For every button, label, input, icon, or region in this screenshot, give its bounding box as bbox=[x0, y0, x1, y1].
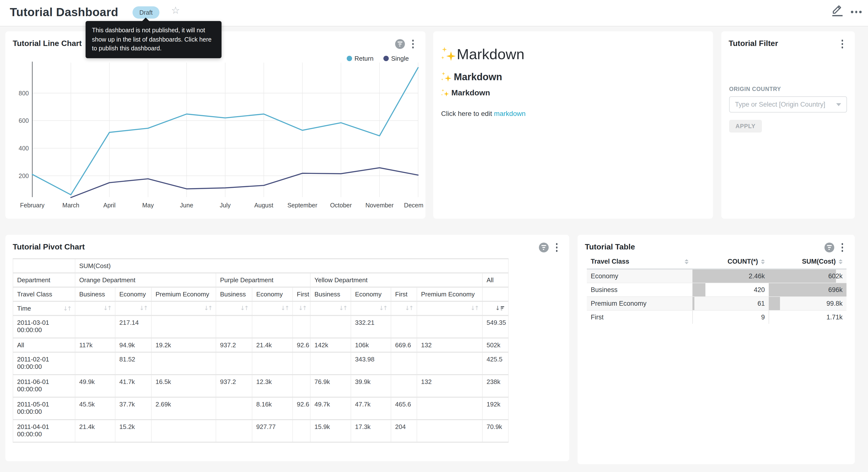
pivot-cell[interactable] bbox=[391, 316, 417, 338]
sort-descending-active-icon[interactable]: ↓ bbox=[495, 305, 504, 312]
table-row[interactable]: Premium Economy6199.8k bbox=[587, 297, 846, 311]
pivot-cell[interactable]: 937.2 bbox=[216, 338, 252, 352]
pivot-cell[interactable]: 76.9k bbox=[310, 375, 351, 397]
apply-button[interactable]: APPLY bbox=[729, 120, 762, 132]
pivot-cell[interactable]: 15.9k bbox=[310, 420, 351, 442]
pivot-cell[interactable] bbox=[216, 397, 252, 420]
pivot-cell[interactable] bbox=[310, 352, 351, 375]
line-chart-canvas[interactable]: 200400600800FebruaryMarchAprilMayJuneJul… bbox=[12, 57, 424, 208]
applied-filter-icon[interactable] bbox=[539, 243, 549, 253]
pivot-cell[interactable]: 117k bbox=[75, 338, 115, 352]
chart-kebab-menu-icon[interactable] bbox=[411, 39, 415, 49]
more-options-icon[interactable] bbox=[851, 11, 861, 13]
pivot-cell[interactable]: 502k bbox=[483, 338, 508, 352]
pivot-cell[interactable]: 70.9k bbox=[483, 420, 508, 442]
pivot-cell[interactable] bbox=[293, 375, 310, 397]
filter-kebab-menu-icon[interactable] bbox=[840, 39, 844, 49]
origin-country-select[interactable]: Type or Select [Origin Country] bbox=[729, 96, 847, 113]
pivot-cell[interactable]: 238k bbox=[483, 375, 508, 397]
table-row[interactable]: First91.71k bbox=[587, 311, 846, 324]
edit-markdown-link[interactable]: markdown bbox=[494, 110, 525, 117]
pivot-cell[interactable] bbox=[417, 420, 483, 442]
pivot-cell[interactable]: 669.6 bbox=[391, 338, 417, 352]
pivot-cell[interactable]: 8.16k bbox=[252, 397, 293, 420]
pivot-cell[interactable] bbox=[151, 352, 216, 375]
sort-icon[interactable]: ↓↑ bbox=[63, 305, 71, 312]
pivot-cell[interactable]: 132 bbox=[417, 375, 483, 397]
pivot-cell[interactable] bbox=[151, 420, 216, 442]
sort-icon[interactable]: ↓↑ bbox=[240, 305, 248, 312]
pivot-cell[interactable]: 927.77 bbox=[252, 420, 293, 442]
pivot-cell[interactable] bbox=[293, 352, 310, 375]
pivot-cell[interactable]: 106k bbox=[351, 338, 391, 352]
pivot-cell[interactable]: 39.9k bbox=[351, 375, 391, 397]
pivot-cell[interactable]: 49.7k bbox=[310, 397, 351, 420]
publish-tooltip[interactable]: This dashboard is not published, it will… bbox=[86, 21, 221, 58]
pivot-cell[interactable]: 192k bbox=[483, 397, 508, 420]
column-header-travel-class[interactable]: Travel Class bbox=[587, 254, 692, 269]
table-kebab-menu-icon[interactable] bbox=[840, 242, 844, 253]
pivot-cell[interactable]: 132 bbox=[417, 338, 483, 352]
sort-icon[interactable]: ↓↑ bbox=[140, 305, 147, 312]
edit-pencil-icon[interactable] bbox=[831, 3, 846, 20]
pivot-cell[interactable]: 343.98 bbox=[351, 352, 391, 375]
pivot-cell[interactable] bbox=[75, 352, 115, 375]
sort-icon[interactable]: ↓↑ bbox=[339, 305, 347, 312]
pivot-cell[interactable] bbox=[216, 352, 252, 375]
pivot-cell[interactable]: 16.5k bbox=[151, 375, 216, 397]
pivot-cell[interactable]: 94.9k bbox=[115, 338, 151, 352]
pivot-cell[interactable]: 41.7k bbox=[115, 375, 151, 397]
pivot-cell[interactable] bbox=[216, 316, 252, 338]
pivot-cell[interactable] bbox=[391, 375, 417, 397]
series-line-single[interactable] bbox=[71, 168, 418, 198]
table-row[interactable]: Economy2.46k602k bbox=[587, 269, 846, 283]
pivot-cell[interactable]: 425.5 bbox=[483, 352, 508, 375]
sort-icon[interactable]: ↓↑ bbox=[405, 305, 413, 312]
applied-filter-icon[interactable] bbox=[824, 243, 834, 253]
column-header-sum-cost[interactable]: SUM(Cost) bbox=[769, 254, 846, 269]
pivot-cell[interactable] bbox=[391, 352, 417, 375]
pivot-cell[interactable] bbox=[293, 420, 310, 442]
pivot-cell[interactable]: 937.2 bbox=[216, 375, 252, 397]
pivot-cell[interactable] bbox=[310, 316, 351, 338]
legend-item[interactable]: Return bbox=[347, 55, 374, 62]
favorite-star-icon[interactable]: ☆ bbox=[171, 4, 180, 16]
pivot-cell[interactable]: 21.4k bbox=[252, 338, 293, 352]
pivot-cell[interactable]: 204 bbox=[391, 420, 417, 442]
column-header-count[interactable]: COUNT(*) bbox=[692, 254, 769, 269]
pivot-cell[interactable]: 142k bbox=[310, 338, 351, 352]
pivot-cell[interactable]: 21.4k bbox=[75, 420, 115, 442]
pivot-cell[interactable]: 81.52 bbox=[115, 352, 151, 375]
pivot-cell[interactable] bbox=[417, 397, 483, 420]
pivot-cell[interactable]: 2.69k bbox=[151, 397, 216, 420]
pivot-cell[interactable]: 15.2k bbox=[115, 420, 151, 442]
pivot-cell[interactable]: 17.3k bbox=[351, 420, 391, 442]
legend-item[interactable]: Single bbox=[383, 55, 409, 62]
sort-icon[interactable]: ↓↑ bbox=[103, 305, 111, 312]
pivot-cell[interactable] bbox=[151, 316, 216, 338]
applied-filter-icon[interactable] bbox=[395, 39, 405, 49]
sort-icon[interactable]: ↓↑ bbox=[281, 305, 288, 312]
pivot-cell[interactable] bbox=[75, 316, 115, 338]
table-row[interactable]: Business420696k bbox=[587, 283, 846, 297]
pivot-cell[interactable] bbox=[293, 316, 310, 338]
pivot-cell[interactable] bbox=[252, 316, 293, 338]
chart-legend[interactable]: ReturnSingle bbox=[347, 55, 409, 62]
pivot-cell[interactable]: 37.7k bbox=[115, 397, 151, 420]
sort-icon[interactable]: ↓↑ bbox=[379, 305, 387, 312]
pivot-cell[interactable]: 47.7k bbox=[351, 397, 391, 420]
pivot-cell[interactable]: 12.3k bbox=[252, 375, 293, 397]
pivot-kebab-menu-icon[interactable] bbox=[555, 242, 558, 253]
pivot-cell[interactable]: 217.14 bbox=[115, 316, 151, 338]
pivot-cell[interactable] bbox=[417, 352, 483, 375]
draft-status-badge[interactable]: Draft bbox=[132, 6, 159, 19]
pivot-cell[interactable] bbox=[252, 352, 293, 375]
pivot-cell[interactable]: 49.9k bbox=[75, 375, 115, 397]
pivot-cell[interactable]: 19.2k bbox=[151, 338, 216, 352]
pivot-cell[interactable]: 92.6 bbox=[293, 338, 310, 352]
sort-icon[interactable]: ↓↑ bbox=[204, 305, 212, 312]
pivot-cell[interactable]: 549.35 bbox=[483, 316, 508, 338]
sort-icon[interactable]: ↓↑ bbox=[298, 305, 306, 312]
pivot-cell[interactable] bbox=[417, 316, 483, 338]
sort-icon[interactable]: ↓↑ bbox=[470, 305, 478, 312]
